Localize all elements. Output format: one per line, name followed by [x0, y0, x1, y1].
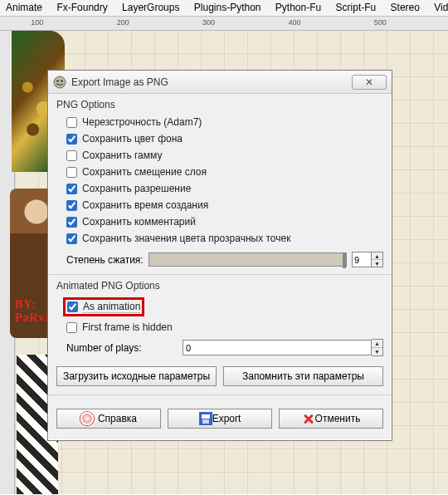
interlace-checkbox[interactable]	[66, 117, 77, 128]
save-offset-label: Сохранить смещение слоя	[82, 166, 207, 178]
save-gamma-checkbox[interactable]	[66, 150, 77, 161]
separator	[48, 395, 392, 395]
save-transcolor-label: Сохранить значения цвета прозрачных точе…	[82, 233, 290, 244]
export-png-dialog: Export Image as PNG ✕ PNG Options Черезс…	[47, 70, 392, 441]
save-resolution-label: Сохранить разрешение	[82, 183, 191, 194]
save-icon	[199, 412, 212, 425]
load-defaults-button[interactable]: Загрузить исходные параметры	[56, 366, 217, 386]
export-button[interactable]: Export	[168, 409, 272, 429]
canvas-area: BY: PaRvIz Export Image as PNG ✕ PNG Opt…	[0, 31, 448, 494]
chevron-up-icon[interactable]: ▲	[372, 252, 382, 260]
menu-item[interactable]: Python-Fu	[270, 0, 327, 16]
titlebar[interactable]: Export Image as PNG ✕	[48, 71, 392, 94]
as-animation-label: As animation	[83, 301, 140, 313]
png-options-heading: PNG Options	[56, 99, 383, 110]
number-of-plays-spin[interactable]: ▲▼	[372, 339, 383, 356]
menu-item[interactable]: Stereo	[385, 0, 426, 16]
help-button[interactable]: Справка	[56, 409, 161, 429]
horizontal-ruler: 100 200 300 400 500	[0, 16, 448, 31]
help-button-label: Справка	[98, 413, 137, 424]
chevron-down-icon[interactable]: ▼	[372, 260, 382, 267]
checkbox-row: Черезстрочность (Adam7)	[66, 114, 383, 130]
save-resolution-checkbox[interactable]	[66, 184, 77, 194]
menubar: Animate Fx-Foundry LayerGroups Plugins-P…	[0, 0, 448, 16]
export-button-label: Export	[212, 413, 241, 424]
save-creationtime-label: Сохранить время создания	[82, 199, 208, 211]
save-comment-checkbox[interactable]	[66, 217, 77, 228]
menu-item[interactable]: Script-Fu	[330, 0, 382, 16]
chevron-down-icon[interactable]: ▼	[372, 348, 382, 355]
vertical-ruler	[0, 31, 15, 494]
svg-point-0	[54, 76, 66, 88]
compression-slider[interactable]	[149, 252, 347, 267]
cancel-icon	[302, 412, 315, 425]
save-offset-checkbox[interactable]	[66, 167, 77, 178]
separator	[48, 274, 392, 275]
compression-spin[interactable]: ▲▼	[372, 252, 383, 267]
dialog-title: Export Image as PNG	[71, 76, 352, 88]
cancel-button[interactable]: Отменить	[279, 409, 383, 429]
app-icon	[53, 76, 66, 89]
save-comment-label: Сохранить комментарий	[82, 216, 196, 228]
save-defaults-button[interactable]: Запомнить эти параметры	[223, 366, 383, 386]
cancel-button-label: Отменить	[315, 413, 361, 424]
svg-point-1	[56, 80, 58, 81]
save-bgcolor-label: Сохранить цвет фона	[82, 133, 183, 145]
first-frame-hidden-checkbox[interactable]	[66, 322, 77, 333]
menu-item[interactable]: Plugins-Python	[188, 0, 267, 16]
compression-label: Степень сжатия:	[66, 254, 144, 266]
save-transcolor-checkbox[interactable]	[66, 233, 77, 244]
first-frame-hidden-label: First frame is hidden	[82, 321, 173, 333]
number-of-plays-input[interactable]	[183, 340, 372, 355]
save-bgcolor-checkbox[interactable]	[66, 134, 77, 145]
number-of-plays-label: Number of plays:	[66, 342, 183, 354]
svg-point-2	[61, 80, 62, 81]
menu-item[interactable]: Fx-Foundry	[51, 0, 113, 16]
as-animation-checkbox[interactable]	[67, 301, 78, 312]
highlight-box: As animation	[63, 297, 144, 316]
menu-item[interactable]: Animate	[0, 0, 48, 16]
help-icon	[80, 412, 94, 425]
png-options-group: Черезстрочность (Adam7) Сохранить цвет ф…	[56, 114, 383, 269]
apng-options-heading: Animated PNG Options	[56, 280, 383, 292]
interlace-label: Черезстрочность (Adam7)	[82, 116, 202, 128]
menu-item[interactable]: LayerGroups	[116, 0, 185, 16]
menu-item[interactable]: Video	[428, 0, 448, 16]
save-creationtime-checkbox[interactable]	[66, 200, 77, 211]
apng-options-group: As animation First frame is hidden Numbe…	[56, 295, 383, 363]
close-button[interactable]: ✕	[352, 75, 387, 90]
save-gamma-label: Сохранить гамму	[82, 149, 162, 161]
compression-input[interactable]	[352, 252, 372, 267]
chevron-up-icon[interactable]: ▲	[372, 340, 382, 348]
